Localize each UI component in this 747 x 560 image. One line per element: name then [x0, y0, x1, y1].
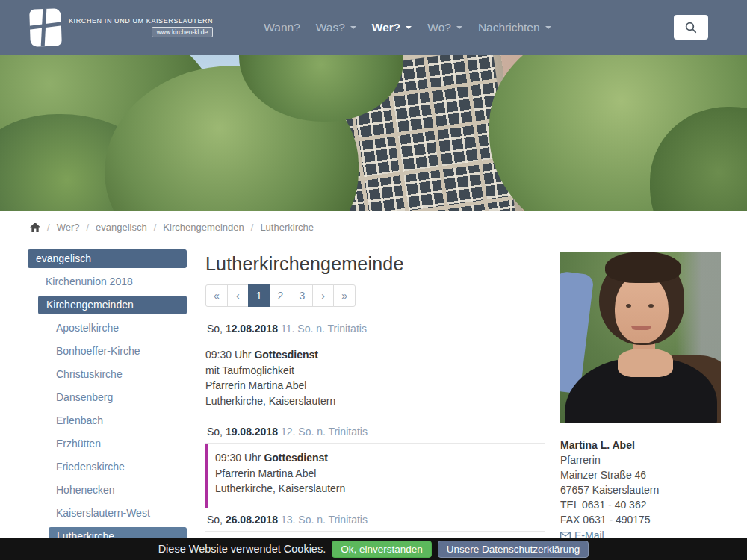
event-date-row: So, 26.08.201813. So. n. Trinitatis [205, 508, 545, 532]
pagination-page-2[interactable]: 2 [270, 284, 292, 307]
sidebar-item-christuskirche[interactable]: Christuskirche [28, 365, 187, 384]
pagination-page-3[interactable]: 3 [291, 284, 313, 307]
breadcrumb-separator: / [47, 222, 50, 233]
pagination-next[interactable]: › [312, 284, 334, 307]
event-entry: So, 12.08.201811. So. n. Trinitatis09:30… [205, 317, 545, 420]
event-detail-line: Lutherkirche, Kaiserslautern [205, 393, 545, 409]
nav-item-wo[interactable]: Wo? [425, 16, 465, 39]
search-icon [684, 21, 698, 34]
chevron-down-icon [456, 26, 462, 29]
sunday-name-link[interactable]: 13. So. n. Trinitatis [281, 514, 368, 526]
cookie-banner: Diese Website verwendet Cookies. Ok, ein… [0, 538, 747, 560]
event-body: 09:30 Uhr GottesdienstPfarrerin Martina … [205, 444, 545, 508]
breadcrumb-separator: / [86, 222, 89, 233]
events-list: So, 12.08.201811. So. n. Trinitatis09:30… [205, 317, 545, 560]
sidebar-item-erzhütten[interactable]: Erzhütten [28, 435, 187, 453]
site-logo[interactable]: KIRCHEN IN UND UM KAISERSLAUTERN www.kir… [30, 9, 213, 46]
breadcrumb-link-kirchengemeinden[interactable]: Kirchengemeinden [163, 222, 244, 233]
sidebar-item-friedenskirche[interactable]: Friedenskirche [28, 458, 187, 476]
event-time-title: 09:30 Uhr Gottesdienst [205, 347, 545, 363]
event-date: 26.08.2018 [226, 514, 278, 526]
event-detail-line: Pfarrerin Martina Abel [205, 378, 545, 393]
brand-text: KIRCHEN IN UND UM KAISERSLAUTERN www.kir… [69, 17, 213, 37]
contact-city: 67657 Kaiserslautern [560, 482, 721, 497]
nav-item-wann[interactable]: Wann? [261, 16, 303, 39]
contact-tel: TEL 0631 - 40 362 [560, 497, 721, 512]
cookie-message: Diese Website verwendet Cookies. [158, 543, 326, 555]
photo-face [615, 274, 669, 343]
sidebar-item-erlenbach[interactable]: Erlenbach [28, 411, 187, 430]
breadcrumb-items: /Wer?/evangelisch/Kirchengemeinden/Luthe… [47, 222, 314, 233]
event-date-prefix: So, [207, 426, 226, 438]
hero-image-church-facade [0, 55, 747, 211]
church-window-cross-icon [29, 8, 62, 46]
event-time: 09:30 Uhr [215, 452, 264, 464]
sidebar-navigation: evangelischKirchenunion 2018Kirchengemei… [28, 249, 187, 560]
contact-name: Martina L. Abel [560, 438, 721, 452]
nav-item-nachrichten[interactable]: Nachrichten [476, 16, 554, 39]
photo-mouth [631, 326, 651, 330]
page-title: Lutherkirchengemeinde [205, 253, 545, 275]
event-detail-line: Pfarrerin Martina Abel [215, 466, 545, 482]
breadcrumb-link-evangelisch[interactable]: evangelisch [96, 222, 147, 233]
sidebar-item-kirchenunion-2018[interactable]: Kirchenunion 2018 [28, 273, 187, 291]
pagination: «‹123›» [205, 284, 356, 307]
event-date-row: So, 12.08.201811. So. n. Trinitatis [205, 317, 545, 340]
event-date: 12.08.2018 [226, 323, 278, 335]
event-time: 09:30 Uhr [205, 349, 254, 361]
breadcrumb-separator: / [154, 222, 157, 233]
contact-column: Martina L. Abel Pfarrerin Mainzer Straße… [560, 249, 721, 560]
pagination-page-1[interactable]: 1 [248, 284, 270, 307]
nav-menu: Wann?Was?Wer?Wo?Nachrichten [261, 16, 553, 39]
pagination-prev[interactable]: ‹ [227, 284, 249, 307]
contact-card: Martina L. Abel Pfarrerin Mainzer Straße… [560, 438, 721, 543]
sidebar-item-evangelisch[interactable]: evangelisch [28, 249, 187, 268]
event-date-row: So, 19.08.201812. So. n. Trinitatis [205, 420, 545, 444]
breadcrumb-separator: / [251, 222, 254, 233]
photo-eye [626, 304, 631, 308]
sunday-name-link[interactable]: 12. So. n. Trinitatis [281, 426, 368, 438]
sidebar-item-kirchengemeinden[interactable]: Kirchengemeinden [38, 296, 187, 314]
cookie-privacy-button[interactable]: Unsere Datenschutzerklärung [438, 541, 589, 558]
event-date-prefix: So, [207, 323, 226, 335]
sidebar-item-hohenecken[interactable]: Hohenecken [28, 481, 187, 500]
photo-eye [648, 304, 654, 308]
event-detail-line: mit Taufmöglichkeit [205, 363, 545, 379]
breadcrumb-link-lutherkirche[interactable]: Lutherkirche [260, 222, 314, 233]
sidebar-item-bonhoeffer-kirche[interactable]: Bonhoeffer-Kirche [28, 342, 187, 361]
brand-title: KIRCHEN IN UND UM KAISERSLAUTERN [69, 17, 213, 25]
nav-item-label: Wer? [372, 21, 400, 34]
nav-item-label: Nachrichten [478, 21, 540, 34]
sidebar-item-dansenberg[interactable]: Dansenberg [28, 388, 187, 407]
breadcrumb: /Wer?/evangelisch/Kirchengemeinden/Luthe… [0, 211, 747, 242]
sunday-name-link[interactable]: 11. So. n. Trinitatis [281, 323, 367, 335]
chevron-down-icon [350, 26, 356, 29]
pagination-last[interactable]: » [333, 284, 356, 307]
brand-url-badge: www.kirchen-kl.de [152, 27, 214, 37]
search-button[interactable] [674, 15, 708, 40]
photo-chest [618, 349, 673, 377]
home-icon[interactable] [30, 223, 40, 232]
contact-fax: FAX 0631 - 490175 [560, 512, 721, 527]
photo-hair-fringe [605, 252, 681, 283]
contact-role: Pfarrerin [560, 452, 721, 467]
main-column: Lutherkirchengemeinde «‹123›» So, 12.08.… [205, 249, 545, 560]
nav-item-was[interactable]: Was? [314, 16, 359, 39]
sidebar-item-apostelkirche[interactable]: Apostelkirche [28, 319, 187, 337]
event-entry: So, 19.08.201812. So. n. Trinitatis09:30… [205, 420, 545, 508]
event-detail-line: Lutherkirche, Kaiserslautern [215, 481, 545, 497]
nav-item-wer[interactable]: Wer? [370, 16, 414, 39]
nav-item-label: Wann? [264, 21, 300, 34]
cookie-accept-button[interactable]: Ok, einverstanden [332, 541, 432, 558]
event-title: Gottesdienst [254, 349, 318, 361]
breadcrumb-link-wer[interactable]: Wer? [57, 222, 80, 233]
contact-street: Mainzer Straße 46 [560, 467, 721, 482]
sidebar-item-kaiserslautern-west[interactable]: Kaiserslautern-West [28, 504, 187, 523]
event-body: 09:30 Uhr Gottesdienstmit Taufmöglichkei… [205, 340, 545, 420]
nav-item-label: Wo? [427, 21, 451, 34]
chevron-down-icon [545, 26, 551, 29]
portrait-photo-martina-abel [560, 252, 721, 423]
pagination-first[interactable]: « [205, 284, 228, 307]
event-time-title: 09:30 Uhr Gottesdienst [215, 450, 545, 466]
event-title: Gottesdienst [264, 452, 328, 464]
